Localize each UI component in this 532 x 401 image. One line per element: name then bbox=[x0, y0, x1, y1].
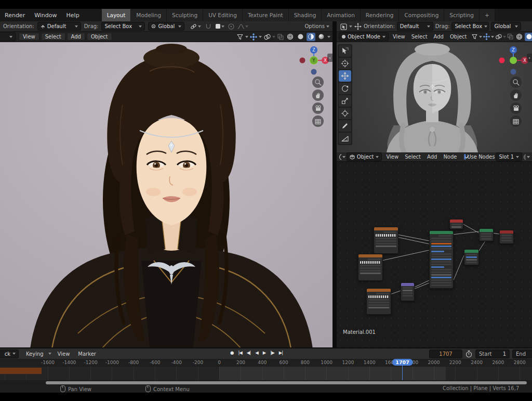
camera-view-icon[interactable] bbox=[510, 102, 522, 114]
move-tool-icon[interactable] bbox=[354, 23, 362, 30]
chevron-down-icon[interactable] bbox=[479, 36, 482, 38]
timeline-track-area[interactable] bbox=[0, 367, 532, 380]
jump-to-start-button[interactable]: |◀ bbox=[236, 350, 243, 356]
orientation-dropdown[interactable]: Default bbox=[397, 22, 433, 31]
menu-item[interactable]: Add bbox=[431, 33, 447, 40]
menu-item[interactable]: Add bbox=[424, 153, 440, 160]
rotate-tool[interactable] bbox=[339, 83, 351, 94]
prev-keyframe-button[interactable]: ◀| bbox=[245, 350, 252, 356]
sidebar-toggle[interactable]: ‹ bbox=[527, 54, 532, 62]
chevron-down-icon[interactable] bbox=[259, 36, 262, 38]
drag-dropdown[interactable]: Select Box bbox=[451, 22, 489, 31]
current-frame-field[interactable]: 1707 bbox=[429, 350, 462, 358]
timeline-ruler[interactable]: -1600-1400-1200-1000-800-600-400-2000200… bbox=[0, 359, 532, 367]
zoom-icon[interactable] bbox=[312, 76, 324, 88]
shader-node[interactable] bbox=[464, 249, 479, 265]
shading-rendered-icon[interactable] bbox=[317, 33, 326, 41]
orthographic-grid-icon[interactable] bbox=[312, 115, 324, 127]
mode-dropdown[interactable]: Object Mode bbox=[339, 32, 389, 41]
view-menu[interactable]: View bbox=[55, 351, 73, 357]
playback-menu-clipped[interactable]: ck bbox=[0, 350, 19, 358]
drag-dropdown[interactable]: Select Box bbox=[101, 22, 145, 31]
chevron-down-icon[interactable] bbox=[527, 156, 530, 158]
start-frame-field[interactable]: Start 1 bbox=[475, 350, 510, 358]
magnet-icon[interactable] bbox=[204, 23, 211, 30]
move-tool[interactable] bbox=[339, 70, 351, 82]
workspace-tab[interactable]: Animation bbox=[322, 9, 361, 21]
menu-item[interactable]: Object bbox=[447, 33, 470, 40]
menu-item[interactable]: Select bbox=[41, 33, 65, 41]
menu-item[interactable]: Object bbox=[87, 33, 112, 41]
slot-dropdown[interactable]: Slot 1 bbox=[496, 152, 522, 161]
visibility-funnel-icon[interactable] bbox=[236, 33, 244, 41]
input-node[interactable] bbox=[449, 219, 463, 229]
falloff-curve-icon[interactable] bbox=[237, 23, 244, 30]
jump-to-end-button[interactable]: ▶| bbox=[277, 350, 284, 356]
select-box-tool[interactable] bbox=[339, 45, 351, 57]
menu-item[interactable]: Help bbox=[62, 12, 84, 19]
normal-map-node[interactable] bbox=[401, 282, 415, 301]
use-nodes-checkbox[interactable] bbox=[464, 154, 466, 160]
chevron-down-icon[interactable] bbox=[503, 36, 506, 38]
overlays-icon[interactable] bbox=[495, 33, 502, 40]
view-navigation-gizmo[interactable]: Z X bbox=[497, 45, 530, 77]
camera-view-icon[interactable] bbox=[312, 102, 324, 114]
transform-tool[interactable] bbox=[339, 108, 351, 119]
mode-dropdown-clipped[interactable]: de bbox=[0, 32, 16, 41]
proportional-editing-icon[interactable] bbox=[228, 23, 235, 30]
menu-item[interactable]: Add bbox=[67, 33, 85, 41]
proportional-square-icon[interactable] bbox=[216, 24, 220, 29]
menu-item[interactable]: Render bbox=[0, 12, 30, 19]
menu-item[interactable]: Window bbox=[30, 12, 61, 19]
menu-item[interactable]: View bbox=[390, 33, 408, 40]
play-reverse-button[interactable]: ◀ bbox=[254, 350, 260, 356]
chevron-down-icon[interactable] bbox=[491, 36, 494, 38]
keying-menu[interactable]: Keying bbox=[23, 351, 51, 357]
xray-toggle-icon[interactable] bbox=[277, 33, 284, 41]
zoom-icon[interactable] bbox=[510, 76, 522, 88]
workspace-tab[interactable]: + bbox=[480, 9, 495, 21]
active-tool-icon[interactable] bbox=[340, 23, 347, 30]
principled-bsdf-node[interactable] bbox=[429, 230, 454, 289]
gizmos-icon[interactable] bbox=[483, 33, 490, 40]
measure-tool[interactable] bbox=[339, 133, 351, 144]
play-button[interactable]: ▶ bbox=[261, 350, 268, 356]
shader-id-dropdown[interactable]: Object bbox=[347, 152, 382, 161]
chevron-down-icon[interactable] bbox=[245, 36, 248, 38]
menu-item[interactable]: Node bbox=[440, 153, 460, 160]
image-texture-node[interactable] bbox=[358, 254, 383, 281]
viewport-3d-left[interactable]: Z X Y ‹ bbox=[0, 42, 332, 348]
orthographic-grid-icon[interactable] bbox=[510, 115, 522, 127]
scale-tool[interactable] bbox=[339, 95, 351, 107]
workspace-tab[interactable]: Sculpting bbox=[167, 9, 203, 21]
chevron-down-icon[interactable] bbox=[221, 25, 224, 28]
pivot-dropdown[interactable]: Global bbox=[148, 22, 184, 31]
chevron-down-icon[interactable] bbox=[272, 36, 275, 38]
menu-item[interactable]: Select bbox=[402, 153, 424, 160]
orientation-dropdown[interactable]: Default bbox=[37, 22, 81, 31]
shader-type-icon[interactable] bbox=[339, 153, 341, 161]
pan-hand-icon[interactable] bbox=[510, 89, 522, 101]
workspace-tab[interactable]: Compositing bbox=[399, 9, 444, 21]
marker-menu[interactable]: Marker bbox=[75, 351, 99, 357]
sidebar-toggle[interactable]: ‹ bbox=[327, 54, 332, 62]
pan-hand-icon[interactable] bbox=[312, 89, 324, 101]
workspace-tab[interactable]: Rendering bbox=[361, 9, 400, 21]
shading-solid-icon[interactable] bbox=[296, 33, 305, 41]
record-button[interactable]: ● bbox=[229, 350, 235, 356]
viewport-3d-right[interactable]: Z X ‹ bbox=[337, 42, 532, 152]
workspace-tab[interactable]: Texture Paint bbox=[243, 9, 289, 21]
workspace-tab[interactable]: Layout bbox=[102, 9, 131, 21]
workspace-tab[interactable]: Scripting bbox=[444, 9, 480, 21]
shading-material-icon[interactable] bbox=[307, 33, 315, 41]
auto-keying-stopwatch-icon[interactable] bbox=[465, 350, 473, 358]
node-editor-canvas[interactable]: Material.001 bbox=[337, 162, 532, 347]
chevron-down-icon[interactable] bbox=[245, 25, 248, 28]
annotate-tool[interactable] bbox=[339, 120, 351, 132]
area-divider-vertical[interactable] bbox=[332, 21, 337, 348]
menu-item[interactable]: View bbox=[19, 33, 39, 41]
chevron-down-icon[interactable] bbox=[342, 156, 345, 158]
view-navigation-gizmo[interactable]: Z X Y bbox=[297, 45, 330, 77]
menu-item[interactable]: Select bbox=[408, 33, 431, 40]
shading-solid-icon[interactable] bbox=[525, 33, 532, 41]
